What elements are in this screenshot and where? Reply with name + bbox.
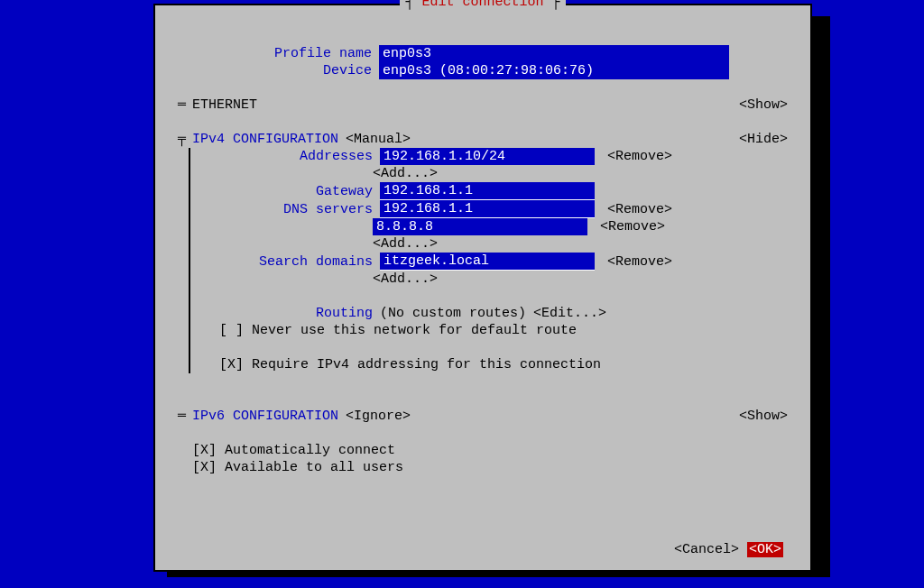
dialog-title-bar: ┤ Edit connection ├ — [155, 0, 810, 10]
dns-add-button[interactable]: <Add...> — [373, 235, 438, 253]
address-remove-button-0[interactable]: <Remove> — [607, 148, 672, 165]
dns-label: DNS servers — [192, 201, 380, 218]
routing-status: (No custom routes) — [380, 305, 526, 322]
never-default-checkbox[interactable]: [ ] Never use this network for default r… — [192, 322, 788, 339]
address-add-button[interactable]: <Add...> — [373, 165, 438, 182]
search-domain-add-button[interactable]: <Add...> — [373, 271, 438, 288]
gateway-label: Gateway — [192, 183, 380, 200]
section-expanded-icon: ╤ — [178, 131, 192, 148]
profile-name-input[interactable]: enp0s3 — [379, 45, 729, 62]
ipv4-mode-select[interactable]: <Manual> — [346, 131, 411, 148]
routing-label: Routing — [192, 305, 380, 322]
section-collapsed-icon: ═ — [178, 96, 192, 114]
all-users-checkbox[interactable]: [X] Available to all users — [178, 459, 788, 476]
auto-connect-checkbox[interactable]: [X] Automatically connect — [178, 442, 788, 459]
require-ipv4-checkbox[interactable]: [X] Require IPv4 addressing for this con… — [192, 356, 788, 373]
dns-remove-button-0[interactable]: <Remove> — [607, 201, 672, 218]
ipv4-hide-button[interactable]: <Hide> — [739, 131, 788, 148]
ethernet-show-button[interactable]: <Show> — [739, 96, 788, 114]
dns-remove-button-1[interactable]: <Remove> — [600, 218, 665, 235]
ok-button[interactable]: <OK> — [747, 542, 783, 557]
ipv6-mode-select[interactable]: <Ignore> — [346, 408, 411, 425]
edit-connection-dialog: ┤ Edit connection ├ Profile name enp0s3 … — [153, 4, 812, 572]
ipv6-show-button[interactable]: <Show> — [739, 408, 788, 425]
routing-edit-button[interactable]: <Edit...> — [533, 305, 606, 322]
ethernet-section-label: ETHERNET — [192, 96, 257, 114]
address-input-0[interactable]: 192.168.1.10/24 — [380, 148, 595, 165]
device-input[interactable]: enp0s3 (08:00:27:98:06:76) — [379, 62, 729, 79]
dns-input-1[interactable]: 8.8.8.8 — [373, 218, 587, 235]
addresses-label: Addresses — [192, 148, 380, 165]
ipv6-section-label: IPv6 CONFIGURATION — [192, 408, 338, 425]
section-collapsed-icon: ═ — [178, 408, 192, 425]
gateway-input[interactable]: 192.168.1.1 — [380, 182, 595, 200]
dns-input-0[interactable]: 192.168.1.1 — [380, 200, 595, 218]
dialog-title: Edit connection — [421, 0, 543, 10]
search-domain-remove-button-0[interactable]: <Remove> — [607, 253, 672, 271]
cancel-button[interactable]: <Cancel> — [674, 542, 739, 557]
profile-name-label: Profile name — [178, 45, 379, 62]
device-label: Device — [178, 62, 379, 79]
search-domain-input-0[interactable]: itzgeek.local — [380, 253, 595, 271]
ipv4-section-label: IPv4 CONFIGURATION — [192, 131, 338, 148]
search-domains-label: Search domains — [192, 253, 380, 271]
